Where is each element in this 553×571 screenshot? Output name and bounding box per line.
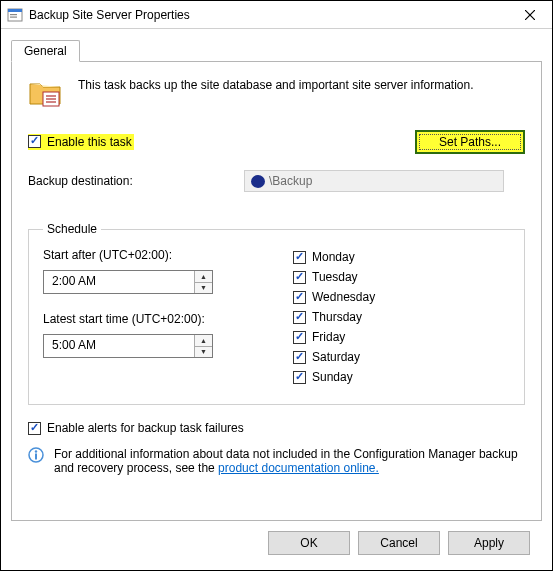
- checkbox-icon: [293, 291, 306, 304]
- checkbox-icon: [293, 331, 306, 344]
- day-label: Wednesday: [312, 290, 375, 304]
- enable-alerts-checkbox[interactable]: Enable alerts for backup task failures: [28, 421, 244, 435]
- start-after-value[interactable]: 2:00 AM: [44, 271, 194, 293]
- tab-page-general: This task backs up the site database and…: [11, 61, 542, 521]
- day-checkbox-monday[interactable]: Monday: [293, 250, 355, 264]
- info-icon: [28, 447, 44, 463]
- ok-button[interactable]: OK: [268, 531, 350, 555]
- checkbox-icon: [28, 135, 41, 148]
- day-checkbox-friday[interactable]: Friday: [293, 330, 345, 344]
- close-button[interactable]: [508, 1, 552, 29]
- checkbox-icon: [293, 251, 306, 264]
- day-label: Sunday: [312, 370, 353, 384]
- spinner-down-icon[interactable]: ▼: [195, 283, 212, 294]
- day-label: Friday: [312, 330, 345, 344]
- start-after-label: Start after (UTC+02:00):: [43, 248, 253, 262]
- day-checkbox-saturday[interactable]: Saturday: [293, 350, 360, 364]
- spinner-up-icon[interactable]: ▲: [195, 335, 212, 347]
- apply-button[interactable]: Apply: [448, 531, 530, 555]
- enable-alerts-label: Enable alerts for backup task failures: [47, 421, 244, 435]
- backup-destination-value: \Backup: [269, 174, 312, 188]
- enable-task-checkbox[interactable]: Enable this task: [28, 135, 132, 149]
- intro-text: This task backs up the site database and…: [78, 78, 474, 92]
- day-checkbox-thursday[interactable]: Thursday: [293, 310, 362, 324]
- dialog-button-row: OK Cancel Apply: [11, 521, 542, 555]
- redacted-text-icon: [251, 175, 265, 188]
- day-checkbox-wednesday[interactable]: Wednesday: [293, 290, 375, 304]
- set-paths-button[interactable]: Set Paths...: [415, 130, 525, 154]
- start-after-spinner[interactable]: 2:00 AM ▲ ▼: [43, 270, 213, 294]
- latest-start-spinner[interactable]: 5:00 AM ▲ ▼: [43, 334, 213, 358]
- latest-start-value[interactable]: 5:00 AM: [44, 335, 194, 357]
- svg-rect-12: [35, 454, 37, 460]
- svg-rect-2: [10, 14, 17, 15]
- latest-start-label: Latest start time (UTC+02:00):: [43, 312, 253, 326]
- tab-strip: General: [11, 37, 542, 61]
- folder-task-icon: [28, 78, 64, 108]
- system-menu-icon[interactable]: [7, 7, 23, 23]
- day-label: Thursday: [312, 310, 362, 324]
- schedule-legend: Schedule: [43, 222, 101, 236]
- documentation-link[interactable]: product documentation online.: [218, 461, 379, 475]
- day-label: Tuesday: [312, 270, 358, 284]
- tab-general[interactable]: General: [11, 40, 80, 62]
- spinner-down-icon[interactable]: ▼: [195, 347, 212, 358]
- window-title: Backup Site Server Properties: [29, 8, 508, 22]
- checkbox-icon: [28, 422, 41, 435]
- svg-point-11: [35, 450, 37, 452]
- backup-destination-field: \Backup: [244, 170, 504, 192]
- checkbox-icon: [293, 371, 306, 384]
- schedule-group: Schedule Start after (UTC+02:00): 2:00 A…: [28, 222, 525, 405]
- title-bar: Backup Site Server Properties: [1, 1, 552, 29]
- cancel-button[interactable]: Cancel: [358, 531, 440, 555]
- day-checkbox-sunday[interactable]: Sunday: [293, 370, 353, 384]
- checkbox-icon: [293, 351, 306, 364]
- backup-destination-label: Backup destination:: [28, 174, 240, 188]
- checkbox-icon: [293, 271, 306, 284]
- enable-task-label: Enable this task: [47, 135, 132, 149]
- info-text: For additional information about data no…: [54, 447, 525, 475]
- spinner-up-icon[interactable]: ▲: [195, 271, 212, 283]
- svg-rect-3: [10, 16, 17, 17]
- day-label: Saturday: [312, 350, 360, 364]
- checkbox-icon: [293, 311, 306, 324]
- day-label: Monday: [312, 250, 355, 264]
- day-checkbox-group: Monday Tuesday Wednesday Thursday Friday…: [293, 248, 510, 390]
- svg-rect-1: [8, 9, 22, 12]
- day-checkbox-tuesday[interactable]: Tuesday: [293, 270, 358, 284]
